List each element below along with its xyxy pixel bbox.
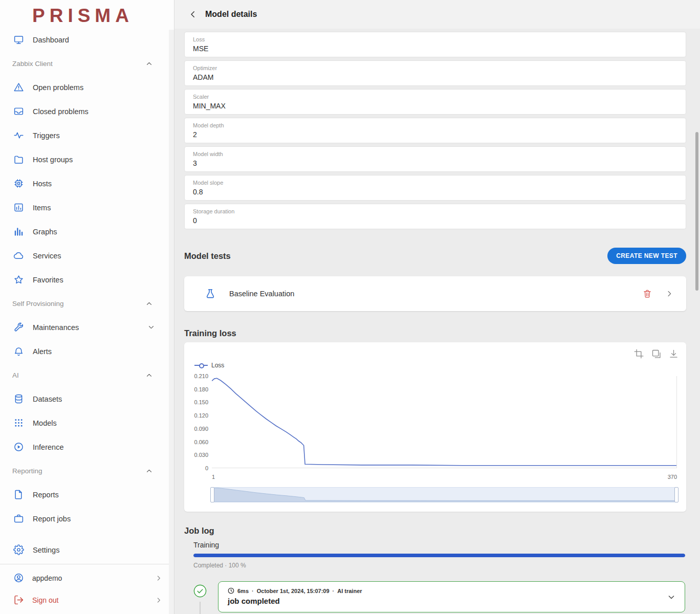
field-value: MIN_MAX (193, 102, 677, 110)
test-list-item[interactable]: Baseline Evaluation (184, 276, 686, 311)
back-button[interactable] (188, 10, 198, 19)
y-tick: 0.180 (193, 386, 208, 392)
sidebar-item-open-problems[interactable]: Open problems (0, 75, 174, 99)
account-button[interactable]: appdemo (0, 567, 174, 589)
sidebar-item-label: Triggers (33, 131, 60, 140)
sidebar-section-zabbix-client[interactable]: Zabbix Client (0, 52, 174, 75)
scrollbar-thumb[interactable] (695, 132, 698, 291)
monitor-icon (13, 34, 24, 45)
field-value: 0.8 (193, 188, 677, 196)
clock-icon (228, 587, 234, 594)
loss-line-chart (212, 376, 676, 468)
download-icon[interactable] (668, 348, 679, 359)
y-tick: 0.030 (193, 452, 208, 458)
create-new-test-button[interactable]: CREATE NEW TEST (607, 248, 686, 264)
sidebar-item-reports[interactable]: Reports (0, 483, 174, 507)
sidebar-item-dashboard[interactable]: Dashboard (0, 28, 174, 52)
field-model-width: Model width 3 (184, 146, 686, 172)
zoom-brush[interactable] (212, 487, 677, 502)
log-entry-row: 6ms · October 1st, 2024, 15:07:09 · AI t… (193, 581, 685, 612)
app-window: PRISMA Dashboard Zabbix Client Open prob… (0, 0, 700, 614)
sidebar-item-label: Reports (33, 491, 59, 499)
sidebar-item-label: Alerts (33, 347, 52, 356)
y-tick: 0.060 (193, 439, 208, 445)
y-tick: 0 (193, 465, 208, 471)
sidebar-item-label: Maintenances (33, 323, 79, 332)
sidebar-item-models[interactable]: Models (0, 411, 174, 435)
sidebar-item-report-jobs[interactable]: Report jobs (0, 507, 174, 531)
model-tests-heading: Model tests (184, 251, 231, 261)
log-entry-meta: 6ms · October 1st, 2024, 15:07:09 · AI t… (228, 587, 658, 594)
field-label: Storage duration (193, 208, 677, 215)
cpu-icon (13, 178, 24, 189)
brush-handle-right[interactable] (674, 487, 679, 502)
sidebar-section-ai[interactable]: AI (0, 363, 174, 387)
sidebar-item-label: Services (33, 252, 61, 260)
sidebar-item-host-groups[interactable]: Host groups (0, 147, 174, 171)
app-logo: PRISMA (0, 0, 174, 28)
legend-label: Loss (211, 362, 224, 369)
field-loss: Loss MSE (184, 32, 686, 57)
sidebar-item-label: Datasets (33, 395, 62, 403)
sidebar-item-favorites[interactable]: Favorites (0, 268, 174, 292)
sidebar-item-graphs[interactable]: Graphs (0, 220, 174, 244)
field-label: Model slope (193, 179, 677, 186)
sidebar-scrollbar[interactable] (169, 30, 174, 614)
field-label: Model depth (193, 122, 677, 129)
training-loss-heading: Training loss (184, 328, 686, 338)
log-duration: 6ms (237, 588, 249, 594)
sidebar-item-label: Favorites (33, 276, 63, 284)
flask-icon (205, 288, 216, 299)
database-icon (13, 393, 24, 404)
sidebar-item-maintenances[interactable]: Maintenances (0, 315, 174, 339)
sidebar-section-reporting[interactable]: Reporting (0, 459, 174, 483)
zoom-select-icon[interactable] (633, 348, 644, 359)
field-model-depth: Model depth 2 (184, 118, 686, 143)
sidebar-item-closed-problems[interactable]: Closed problems (0, 99, 174, 123)
sidebar-item-hosts[interactable]: Hosts (0, 171, 174, 195)
sidebar-item-settings[interactable]: Settings (0, 538, 174, 562)
sidebar-item-alerts[interactable]: Alerts (0, 339, 174, 363)
brush-handle-left[interactable] (210, 487, 214, 502)
brush-minimap (212, 488, 676, 502)
open-test-chevron[interactable] (665, 289, 674, 298)
training-progress-bar (193, 554, 685, 557)
chart-legend[interactable]: Loss (194, 362, 677, 369)
x-tick-min: 1 (212, 474, 215, 480)
bar-meter-icon (13, 202, 24, 213)
training-loss-chart-card: Loss 0.210 0.180 0.150 0.120 0.090 0.060… (184, 342, 686, 512)
sidebar-section-self-provisioning[interactable]: Self Provisioning (0, 292, 174, 315)
sidebar-item-datasets[interactable]: Datasets (0, 387, 174, 411)
sidebar-item-triggers[interactable]: Triggers (0, 123, 174, 147)
log-entry-card[interactable]: 6ms · October 1st, 2024, 15:07:09 · AI t… (218, 581, 685, 612)
sidebar-item-services[interactable]: Services (0, 244, 174, 268)
page-title: Model details (205, 10, 257, 19)
briefcase-icon (13, 513, 24, 524)
log-timestamp: October 1st, 2024, 15:07:09 (257, 588, 330, 594)
log-source: AI trainer (337, 588, 362, 594)
field-label: Optimizer (193, 64, 677, 72)
field-value: ADAM (193, 73, 677, 81)
sidebar-item-label: Inference (33, 443, 63, 451)
delete-test-button[interactable] (642, 289, 652, 299)
y-axis-ticks: 0.210 0.180 0.150 0.120 0.090 0.060 0.03… (193, 373, 212, 471)
chart-toolbox (633, 348, 679, 359)
zoom-reset-icon[interactable] (651, 348, 662, 359)
sidebar-item-label: Settings (33, 546, 59, 554)
section-label: Self Provisioning (12, 300, 64, 308)
sidebar-item-label: Closed problems (33, 107, 89, 116)
section-label: Reporting (12, 467, 42, 475)
separator: · (333, 588, 335, 594)
chevron-up-icon (145, 467, 154, 475)
inbox-icon (13, 106, 24, 117)
page-content: Loss MSE Optimizer ADAM Scaler MIN_MAX M… (174, 29, 700, 614)
sidebar-item-inference[interactable]: Inference (0, 435, 174, 459)
sign-out-button[interactable]: Sign out (0, 589, 174, 611)
sidebar-item-items[interactable]: Items (0, 195, 174, 220)
sidebar-item-label: Items (33, 204, 51, 212)
expand-log-chevron[interactable] (666, 592, 676, 602)
field-value: MSE (193, 45, 677, 53)
wrench-icon (13, 322, 24, 333)
y-tick: 0.120 (193, 412, 208, 419)
field-scaler: Scaler MIN_MAX (184, 89, 686, 115)
